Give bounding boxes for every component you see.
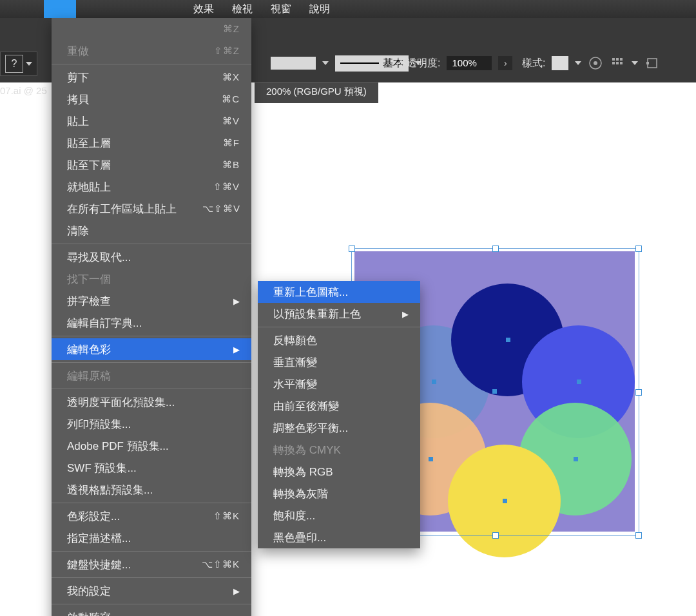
menu-item-label: 重新上色圖稿... xyxy=(273,285,348,300)
edit-menu-item: 重做⇧⌘Z xyxy=(52,40,251,62)
color-submenu-item[interactable]: 轉換為 RGB xyxy=(258,461,420,483)
menu-item-label: 找下一個 xyxy=(67,272,111,287)
svg-rect-7 xyxy=(620,62,623,64)
style-swatch[interactable] xyxy=(552,56,568,70)
edit-menu-item[interactable]: 色彩設定...⇧⌘K xyxy=(52,505,251,527)
menu-item-label: 反轉顏色 xyxy=(273,333,317,348)
chevron-down-icon xyxy=(575,61,581,65)
menu-item-label: 飽和度... xyxy=(273,508,315,523)
edit-menu-item[interactable]: 拼字檢查▶ xyxy=(52,290,251,312)
style-label: 樣式: xyxy=(522,57,545,70)
edit-menu-item[interactable]: 在所有工作區域上貼上⌥⇧⌘V xyxy=(52,198,251,220)
object-anchor xyxy=(432,380,436,384)
help-dropdown[interactable]: ? xyxy=(0,52,37,76)
color-submenu-item[interactable]: 由前至後漸變 xyxy=(258,395,420,417)
menu-item-label: 黑色疊印... xyxy=(273,530,326,545)
edit-menu-item[interactable]: 剪下⌘X xyxy=(52,66,251,88)
menu-window[interactable]: 視窗 xyxy=(271,3,291,16)
menu-item-label: 列印預設集... xyxy=(67,417,131,432)
menu-item-label: 水平漸變 xyxy=(273,377,317,392)
edit-menu-item[interactable]: 啟動聽寫 … xyxy=(52,606,251,616)
app-icon xyxy=(44,0,76,18)
edit-menu-item[interactable]: 尋找及取代... xyxy=(52,246,251,268)
selection-handle[interactable] xyxy=(492,532,499,539)
edit-menu-item[interactable]: Adobe PDF 預設集... xyxy=(52,435,251,457)
edit-menu-item[interactable]: SWF 預設集... xyxy=(52,457,251,479)
submenu-arrow-icon: ▶ xyxy=(233,345,240,354)
selection-handle[interactable] xyxy=(349,245,355,252)
color-submenu-item[interactable]: 調整色彩平衡... xyxy=(258,417,420,439)
color-submenu-item[interactable]: 以預設集重新上色▶ xyxy=(258,303,420,325)
transform-icon[interactable] xyxy=(644,55,660,71)
edit-menu-item[interactable]: 編輯自訂字典... xyxy=(52,312,251,334)
edit-menu-separator xyxy=(52,64,251,64)
menu-shortcut: ⌘C xyxy=(222,93,240,105)
edit-menu-item[interactable]: 貼至上層⌘F xyxy=(52,132,251,154)
edit-menu-item[interactable]: 編輯色彩▶ xyxy=(52,338,251,360)
menu-item-label: 我的設定 xyxy=(67,584,111,599)
opacity-label: 不透明度: xyxy=(396,57,440,70)
recolor-icon[interactable] xyxy=(588,55,603,71)
menu-item-label: 重做 xyxy=(67,44,89,59)
menu-help[interactable]: 說明 xyxy=(309,3,330,16)
edit-menu-item[interactable]: 清除 xyxy=(52,220,251,242)
edit-menu-item[interactable]: 我的設定▶ xyxy=(52,580,251,602)
menu-item-label: SWF 預設集... xyxy=(67,461,137,476)
menu-shortcut: ⌘V xyxy=(222,115,240,127)
menu-item-label: 剪下 xyxy=(67,70,89,85)
menu-shortcut: ⌘Z xyxy=(223,23,240,35)
edit-menu-item[interactable]: 拷貝⌘C xyxy=(52,88,251,110)
menu-shortcut: ⇧⌘K xyxy=(213,510,240,522)
edit-menu-item[interactable]: 透明度平面化預設集... xyxy=(52,391,251,413)
color-submenu-item[interactable]: 反轉顏色 xyxy=(258,329,420,351)
menu-item-label: 貼至下層 xyxy=(67,158,111,173)
edit-menu-item[interactable]: 鍵盤快捷鍵...⌥⇧⌘K xyxy=(52,553,251,575)
menu-effects[interactable]: 效果 xyxy=(193,3,214,16)
style-control: 樣式: xyxy=(522,52,660,75)
edit-menu-separator xyxy=(52,336,251,336)
edit-menu-item[interactable]: 就地貼上⇧⌘V xyxy=(52,176,251,198)
edit-menu-item[interactable]: 貼上⌘V xyxy=(52,110,251,132)
edit-menu-separator xyxy=(52,551,251,552)
edit-menu-item: 編輯原稿 xyxy=(52,365,251,387)
menu-item-label: 在所有工作區域上貼上 xyxy=(67,202,177,217)
selection-handle[interactable] xyxy=(492,245,499,252)
svg-rect-6 xyxy=(616,62,619,64)
selection-handle[interactable] xyxy=(635,389,642,396)
menu-item-label: 色彩設定... xyxy=(67,509,120,524)
menu-item-label: 鍵盤快捷鍵... xyxy=(67,557,131,572)
svg-rect-8 xyxy=(648,59,657,68)
menu-item-label: 轉換為 RGB xyxy=(273,465,333,479)
edit-menu-item[interactable]: 列印預設集... xyxy=(52,413,251,435)
edit-menu-separator xyxy=(52,389,251,389)
menu-view[interactable]: 檢視 xyxy=(232,3,253,16)
menu-shortcut: ⇧⌘V xyxy=(213,181,240,193)
color-submenu-item[interactable]: 飽和度... xyxy=(258,505,420,526)
menu-shortcut: ⇧⌘Z xyxy=(214,45,240,57)
color-submenu-item[interactable]: 垂直漸變 xyxy=(258,351,420,373)
submenu-arrow-icon: ▶ xyxy=(233,296,240,306)
edit-menu: ⌘Z重做⇧⌘Z剪下⌘X拷貝⌘C貼上⌘V貼至上層⌘F貼至下層⌘B就地貼上⇧⌘V在所… xyxy=(52,18,251,616)
align-icon[interactable] xyxy=(610,55,625,71)
app-root: 效果 檢視 視窗 說明 ? 07.ai @ 25 基本 不透明度: 100% ›… xyxy=(0,0,696,616)
color-submenu-item[interactable]: 黑色疊印... xyxy=(258,526,420,548)
svg-rect-2 xyxy=(612,58,615,61)
opacity-input[interactable]: 100% xyxy=(447,56,492,70)
menu-shortcut: ⌘X xyxy=(222,72,240,83)
color-submenu-item[interactable]: 水平漸變 xyxy=(258,373,420,395)
selection-handle[interactable] xyxy=(635,245,642,252)
edit-menu-separator xyxy=(52,244,251,244)
svg-rect-5 xyxy=(612,62,615,64)
svg-point-1 xyxy=(594,61,597,65)
menu-item-label: 由前至後漸變 xyxy=(273,399,339,414)
color-submenu-item[interactable]: 轉換為灰階 xyxy=(258,483,420,505)
opacity-stepper[interactable]: › xyxy=(498,56,512,70)
selection-handle[interactable] xyxy=(635,532,642,539)
edit-menu-separator xyxy=(52,362,251,363)
menu-item-label: 透視格點預設集... xyxy=(67,483,153,497)
edit-menu-item[interactable]: 貼至下層⌘B xyxy=(52,154,251,176)
edit-menu-item[interactable]: 指定描述檔... xyxy=(52,527,251,549)
color-submenu-item[interactable]: 重新上色圖稿... xyxy=(258,281,420,303)
edit-menu-item[interactable]: 透視格點預設集... xyxy=(52,479,251,501)
color-submenu-item: 轉換為 CMYK xyxy=(258,439,420,461)
